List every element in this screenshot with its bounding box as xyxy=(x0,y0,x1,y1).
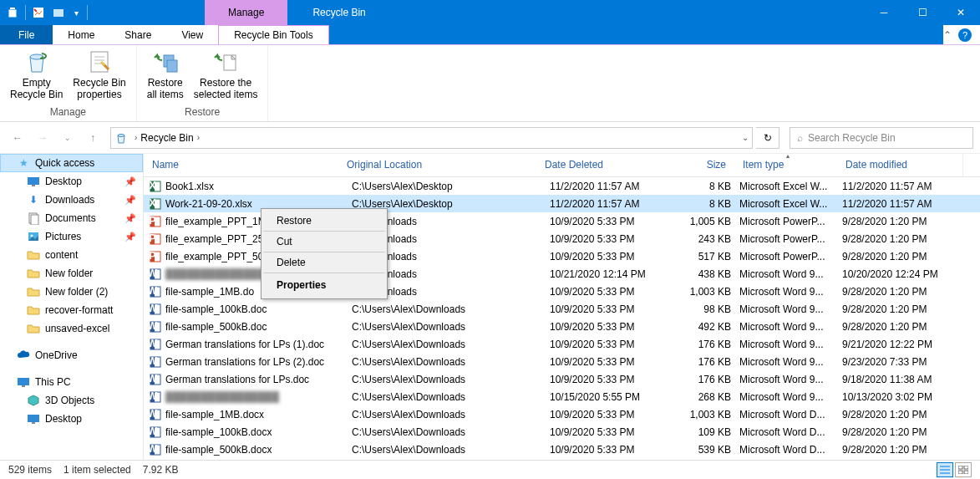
sidebar-item-unsaved-excel[interactable]: unsaved-excel xyxy=(0,319,143,338)
sidebar-item-pictures[interactable]: Pictures 📌 xyxy=(0,227,143,246)
desktop-icon xyxy=(27,175,40,188)
collapse-ribbon-icon[interactable]: ⌃ xyxy=(943,29,952,41)
quick-access-toolbar: ▾ xyxy=(0,5,88,20)
chevron-right-icon[interactable]: › xyxy=(197,133,200,142)
breadcrumb[interactable]: › Recycle Bin › ⌄ xyxy=(110,127,753,149)
column-item-type[interactable]: ▴Item type xyxy=(734,154,837,176)
file-row[interactable]: Wfile-sample_500kB.docC:\Users\Alex\Down… xyxy=(144,318,980,335)
sidebar-item-content[interactable]: content xyxy=(0,246,143,264)
sidebar-item-documents[interactable]: Documents 📌 xyxy=(0,209,143,227)
svg-text:W: W xyxy=(149,303,158,314)
sidebar-item-new-folder[interactable]: New folder xyxy=(0,264,143,283)
file-size: 268 KB xyxy=(683,391,739,403)
sidebar-item-downloads[interactable]: ⬇ Downloads 📌 xyxy=(0,191,143,209)
up-button[interactable]: ↑ xyxy=(82,127,104,149)
restore-all-button[interactable]: Restore all items xyxy=(142,47,189,106)
breadcrumb-dropdown-icon[interactable]: ⌄ xyxy=(742,133,749,142)
view-tab[interactable]: View xyxy=(166,25,218,44)
file-row[interactable]: WGerman translations for LPs.docC:\Users… xyxy=(144,370,980,388)
file-item-type: Microsoft Word D... xyxy=(739,426,842,438)
docx-file-icon: W xyxy=(149,425,162,439)
breadcrumb-location[interactable]: Recycle Bin xyxy=(140,132,193,144)
svg-text:P: P xyxy=(149,232,155,244)
sidebar-item-this-pc[interactable]: This PC xyxy=(0,373,143,391)
sidebar-item-label: New folder xyxy=(45,268,93,279)
ribbon: Empty Recycle Bin Recycle Bin properties… xyxy=(0,45,980,122)
column-size[interactable]: Size xyxy=(670,154,734,176)
file-original-location: C:\Users\Alex\Downloads xyxy=(352,444,550,456)
file-size: 539 KB xyxy=(683,444,739,456)
ribbon-btn-label: Empty Recycle Bin xyxy=(10,77,63,101)
qat-dropdown-icon[interactable]: ▾ xyxy=(71,8,82,18)
file-row[interactable]: XBook1.xlsxC:\Users\Alex\Desktop11/2/202… xyxy=(144,177,980,195)
sidebar-item-onedrive[interactable]: OneDrive xyxy=(0,346,143,364)
file-row[interactable]: Wfile-sample_100kB.docC:\Users\Alex\Down… xyxy=(144,300,980,318)
file-size: 438 KB xyxy=(683,268,739,280)
column-original-location[interactable]: Original Location xyxy=(338,154,536,176)
docx-file-icon: W xyxy=(149,355,162,369)
recycle-bin-tools-tab[interactable]: Recycle Bin Tools xyxy=(218,25,329,44)
qat-divider xyxy=(87,5,88,20)
sidebar-item-desktop[interactable]: Desktop 📌 xyxy=(0,172,143,191)
home-tab[interactable]: Home xyxy=(53,25,109,44)
sidebar-item-quick-access[interactable]: ★ Quick access xyxy=(0,154,143,172)
new-folder-qat-icon[interactable] xyxy=(51,5,66,20)
sidebar-item-new-folder-2[interactable]: New folder (2) xyxy=(0,283,143,301)
file-date-deleted: 10/21/2020 12:14 PM xyxy=(550,268,683,280)
file-tab[interactable]: File xyxy=(0,25,53,44)
back-button[interactable]: ← xyxy=(7,127,28,149)
sidebar-item-3d-objects[interactable]: 3D Objects xyxy=(0,391,143,410)
recent-locations-dropdown[interactable]: ⌄ xyxy=(57,127,79,149)
svg-rect-0 xyxy=(8,9,17,18)
help-icon[interactable]: ? xyxy=(958,28,972,42)
xlsx-file-icon: X xyxy=(149,197,162,211)
empty-recycle-bin-button[interactable]: Empty Recycle Bin xyxy=(5,47,68,106)
context-menu-properties[interactable]: Properties xyxy=(263,273,385,297)
file-size: 1,005 KB xyxy=(683,216,739,227)
column-name[interactable]: Name xyxy=(144,154,338,176)
refresh-button[interactable]: ↻ xyxy=(756,127,779,149)
close-button[interactable]: ✕ xyxy=(942,0,980,25)
details-view-button[interactable] xyxy=(937,462,953,477)
recycle-bin-properties-button[interactable]: Recycle Bin properties xyxy=(68,47,130,106)
minimize-button[interactable]: ─ xyxy=(865,0,903,25)
forward-button[interactable]: → xyxy=(32,127,53,149)
column-date-deleted[interactable]: Date Deleted xyxy=(536,154,670,176)
context-menu-delete[interactable]: Delete xyxy=(263,252,385,273)
sidebar-item-recover-format[interactable]: recover-formatt xyxy=(0,301,143,319)
svg-text:W: W xyxy=(149,285,158,297)
svg-text:W: W xyxy=(149,355,158,367)
file-row[interactable]: WGerman translations for LPs (1).docC:\U… xyxy=(144,335,980,353)
search-input[interactable]: ⌕ Search Recycle Bin xyxy=(790,127,973,149)
sidebar-item-desktop-thispc[interactable]: Desktop xyxy=(0,410,143,428)
svg-rect-74 xyxy=(964,466,968,469)
context-menu-cut[interactable]: Cut xyxy=(263,232,385,252)
restore-selected-icon xyxy=(212,48,239,75)
chevron-right-icon[interactable]: › xyxy=(135,133,137,142)
file-item-type: Microsoft Word 9... xyxy=(739,303,842,315)
file-row[interactable]: Wfile-sample_1MB.docxC:\Users\Alex\Downl… xyxy=(144,405,980,423)
pptx-file-icon: P xyxy=(149,250,162,263)
context-menu-restore[interactable]: Restore xyxy=(263,211,385,232)
file-date-modified: 9/28/2020 1:20 PM xyxy=(842,286,967,298)
file-row[interactable]: Wfile-sample_100kB.docxC:\Users\Alex\Dow… xyxy=(144,423,980,441)
folder-icon xyxy=(27,267,40,280)
column-date-modified[interactable]: Date modified xyxy=(837,154,962,176)
maximize-button[interactable]: ☐ xyxy=(903,0,942,25)
file-row[interactable]: W████████████████C:\Users\Alex\Downloads… xyxy=(144,388,980,405)
file-date-modified: 9/28/2020 1:20 PM xyxy=(842,251,967,262)
this-pc-icon xyxy=(17,375,30,389)
file-name: file-sample_100kB.docx xyxy=(165,426,352,438)
file-row[interactable]: WGerman translations for LPs (2).docC:\U… xyxy=(144,353,980,370)
thumbnails-view-button[interactable] xyxy=(955,462,972,477)
share-tab[interactable]: Share xyxy=(109,25,166,44)
file-row[interactable]: Wfile-sample_500kB.docxC:\Users\Alex\Dow… xyxy=(144,441,980,458)
file-item-type: Microsoft Excel W... xyxy=(739,198,842,210)
svg-rect-12 xyxy=(28,177,39,185)
svg-rect-19 xyxy=(22,385,25,387)
restore-selected-button[interactable]: Restore the selected items xyxy=(189,47,263,106)
svg-rect-21 xyxy=(32,422,35,424)
properties-qat-icon[interactable] xyxy=(31,5,46,20)
svg-rect-13 xyxy=(32,185,35,186)
svg-point-17 xyxy=(31,235,33,237)
